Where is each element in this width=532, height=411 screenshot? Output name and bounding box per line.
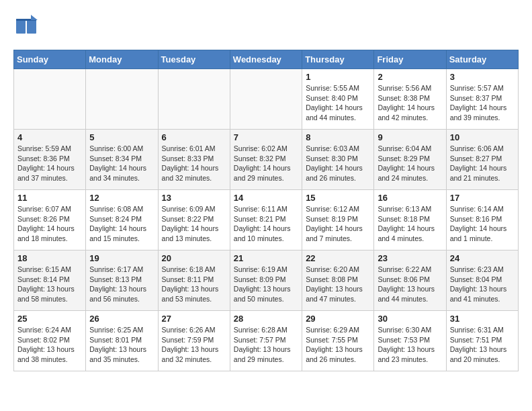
calendar-header: SundayMondayTuesdayWednesdayThursdayFrid… xyxy=(14,50,519,69)
cell-content: Sunrise: 5:59 AM Sunset: 8:36 PM Dayligh… xyxy=(17,144,82,183)
calendar-cell: 5Sunrise: 6:00 AM Sunset: 8:34 PM Daylig… xyxy=(86,130,158,190)
calendar-cell: 8Sunrise: 6:03 AM Sunset: 8:30 PM Daylig… xyxy=(302,130,374,190)
cell-content: Sunrise: 6:25 AM Sunset: 8:01 PM Dayligh… xyxy=(89,325,154,365)
calendar-cell: 22Sunrise: 6:20 AM Sunset: 8:08 PM Dayli… xyxy=(302,250,374,311)
logo xyxy=(13,13,42,39)
calendar-cell xyxy=(230,69,302,130)
day-header-tuesday: Tuesday xyxy=(158,50,230,69)
day-header-wednesday: Wednesday xyxy=(230,50,302,69)
cell-content: Sunrise: 5:57 AM Sunset: 8:37 PM Dayligh… xyxy=(450,83,515,123)
calendar-cell xyxy=(158,69,230,130)
calendar-cell: 7Sunrise: 6:02 AM Sunset: 8:32 PM Daylig… xyxy=(230,130,302,190)
cell-content: Sunrise: 6:18 AM Sunset: 8:11 PM Dayligh… xyxy=(162,265,226,304)
cell-content: Sunrise: 6:31 AM Sunset: 7:51 PM Dayligh… xyxy=(450,325,515,365)
cell-content: Sunrise: 6:06 AM Sunset: 8:27 PM Dayligh… xyxy=(450,144,515,183)
cell-content: Sunrise: 6:13 AM Sunset: 8:18 PM Dayligh… xyxy=(378,204,442,244)
page-header xyxy=(13,13,519,39)
day-number: 8 xyxy=(306,132,370,142)
calendar-week-2: 11Sunrise: 6:07 AM Sunset: 8:26 PM Dayli… xyxy=(14,190,519,250)
day-number: 20 xyxy=(162,253,226,263)
logo-icon xyxy=(13,13,39,39)
day-number: 2 xyxy=(378,72,442,82)
cell-content: Sunrise: 6:19 AM Sunset: 8:09 PM Dayligh… xyxy=(234,265,298,304)
calendar-cell: 13Sunrise: 6:09 AM Sunset: 8:22 PM Dayli… xyxy=(158,190,230,250)
calendar-cell: 19Sunrise: 6:17 AM Sunset: 8:13 PM Dayli… xyxy=(86,250,158,311)
day-number: 14 xyxy=(234,193,298,203)
cell-content: Sunrise: 6:29 AM Sunset: 7:55 PM Dayligh… xyxy=(306,325,370,365)
day-header-saturday: Saturday xyxy=(446,50,518,69)
calendar-cell: 15Sunrise: 6:12 AM Sunset: 8:19 PM Dayli… xyxy=(302,190,374,250)
day-header-thursday: Thursday xyxy=(302,50,374,69)
calendar-cell: 9Sunrise: 6:04 AM Sunset: 8:29 PM Daylig… xyxy=(374,130,446,190)
day-number: 28 xyxy=(234,314,298,324)
day-number: 3 xyxy=(450,72,515,82)
calendar-cell: 12Sunrise: 6:08 AM Sunset: 8:24 PM Dayli… xyxy=(86,190,158,250)
day-number: 23 xyxy=(378,253,442,263)
cell-content: Sunrise: 6:22 AM Sunset: 8:06 PM Dayligh… xyxy=(378,265,442,304)
calendar-week-4: 25Sunrise: 6:24 AM Sunset: 8:02 PM Dayli… xyxy=(14,311,519,371)
day-number: 25 xyxy=(17,314,82,324)
day-header-friday: Friday xyxy=(374,50,446,69)
calendar-week-0: 1Sunrise: 5:55 AM Sunset: 8:40 PM Daylig… xyxy=(14,69,519,130)
calendar-cell: 2Sunrise: 5:56 AM Sunset: 8:38 PM Daylig… xyxy=(374,69,446,130)
calendar-cell xyxy=(14,69,86,130)
cell-content: Sunrise: 6:07 AM Sunset: 8:26 PM Dayligh… xyxy=(17,204,82,244)
day-number: 9 xyxy=(378,132,442,142)
day-number: 1 xyxy=(306,72,370,82)
day-header-sunday: Sunday xyxy=(14,50,86,69)
cell-content: Sunrise: 6:08 AM Sunset: 8:24 PM Dayligh… xyxy=(89,204,154,244)
calendar-cell: 23Sunrise: 6:22 AM Sunset: 8:06 PM Dayli… xyxy=(374,250,446,311)
day-number: 10 xyxy=(450,132,515,142)
cell-content: Sunrise: 6:26 AM Sunset: 7:59 PM Dayligh… xyxy=(162,325,226,365)
day-number: 12 xyxy=(89,193,154,203)
calendar-cell: 6Sunrise: 6:01 AM Sunset: 8:33 PM Daylig… xyxy=(158,130,230,190)
day-number: 17 xyxy=(450,193,515,203)
calendar-cell: 3Sunrise: 5:57 AM Sunset: 8:37 PM Daylig… xyxy=(446,69,518,130)
calendar-cell: 17Sunrise: 6:14 AM Sunset: 8:16 PM Dayli… xyxy=(446,190,518,250)
cell-content: Sunrise: 6:15 AM Sunset: 8:14 PM Dayligh… xyxy=(17,265,82,304)
day-number: 26 xyxy=(89,314,154,324)
cell-content: Sunrise: 6:20 AM Sunset: 8:08 PM Dayligh… xyxy=(306,265,370,304)
calendar-cell: 20Sunrise: 6:18 AM Sunset: 8:11 PM Dayli… xyxy=(158,250,230,311)
calendar-cell: 26Sunrise: 6:25 AM Sunset: 8:01 PM Dayli… xyxy=(86,311,158,371)
calendar-cell: 14Sunrise: 6:11 AM Sunset: 8:21 PM Dayli… xyxy=(230,190,302,250)
cell-content: Sunrise: 5:56 AM Sunset: 8:38 PM Dayligh… xyxy=(378,83,442,123)
day-number: 31 xyxy=(450,314,515,324)
cell-content: Sunrise: 6:02 AM Sunset: 8:32 PM Dayligh… xyxy=(234,144,298,183)
cell-content: Sunrise: 5:55 AM Sunset: 8:40 PM Dayligh… xyxy=(306,83,370,123)
cell-content: Sunrise: 6:30 AM Sunset: 7:53 PM Dayligh… xyxy=(378,325,442,365)
day-number: 27 xyxy=(162,314,226,324)
day-number: 24 xyxy=(450,253,515,263)
cell-content: Sunrise: 6:23 AM Sunset: 8:04 PM Dayligh… xyxy=(450,265,515,304)
cell-content: Sunrise: 6:17 AM Sunset: 8:13 PM Dayligh… xyxy=(89,265,154,304)
calendar-cell: 21Sunrise: 6:19 AM Sunset: 8:09 PM Dayli… xyxy=(230,250,302,311)
day-number: 16 xyxy=(378,193,442,203)
calendar-week-3: 18Sunrise: 6:15 AM Sunset: 8:14 PM Dayli… xyxy=(14,250,519,311)
calendar-week-1: 4Sunrise: 5:59 AM Sunset: 8:36 PM Daylig… xyxy=(14,130,519,190)
day-header-monday: Monday xyxy=(86,50,158,69)
cell-content: Sunrise: 6:12 AM Sunset: 8:19 PM Dayligh… xyxy=(306,204,370,244)
calendar-cell xyxy=(86,69,158,130)
svg-rect-2 xyxy=(27,19,36,34)
day-number: 6 xyxy=(162,132,226,142)
day-number: 13 xyxy=(162,193,226,203)
calendar-cell: 25Sunrise: 6:24 AM Sunset: 8:02 PM Dayli… xyxy=(14,311,86,371)
svg-marker-4 xyxy=(31,15,38,20)
calendar-cell: 11Sunrise: 6:07 AM Sunset: 8:26 PM Dayli… xyxy=(14,190,86,250)
calendar-cell: 27Sunrise: 6:26 AM Sunset: 7:59 PM Dayli… xyxy=(158,311,230,371)
day-number: 18 xyxy=(17,253,82,263)
cell-content: Sunrise: 6:24 AM Sunset: 8:02 PM Dayligh… xyxy=(17,325,82,365)
day-number: 5 xyxy=(89,132,154,142)
cell-content: Sunrise: 6:00 AM Sunset: 8:34 PM Dayligh… xyxy=(89,144,154,183)
cell-content: Sunrise: 6:11 AM Sunset: 8:21 PM Dayligh… xyxy=(234,204,298,244)
calendar-cell: 29Sunrise: 6:29 AM Sunset: 7:55 PM Dayli… xyxy=(302,311,374,371)
cell-content: Sunrise: 6:14 AM Sunset: 8:16 PM Dayligh… xyxy=(450,204,515,244)
day-number: 22 xyxy=(306,253,370,263)
calendar-cell: 31Sunrise: 6:31 AM Sunset: 7:51 PM Dayli… xyxy=(446,311,518,371)
day-number: 4 xyxy=(17,132,82,142)
cell-content: Sunrise: 6:28 AM Sunset: 7:57 PM Dayligh… xyxy=(234,325,298,365)
calendar-cell: 1Sunrise: 5:55 AM Sunset: 8:40 PM Daylig… xyxy=(302,69,374,130)
day-number: 29 xyxy=(306,314,370,324)
calendar-cell: 30Sunrise: 6:30 AM Sunset: 7:53 PM Dayli… xyxy=(374,311,446,371)
cell-content: Sunrise: 6:04 AM Sunset: 8:29 PM Dayligh… xyxy=(378,144,442,183)
